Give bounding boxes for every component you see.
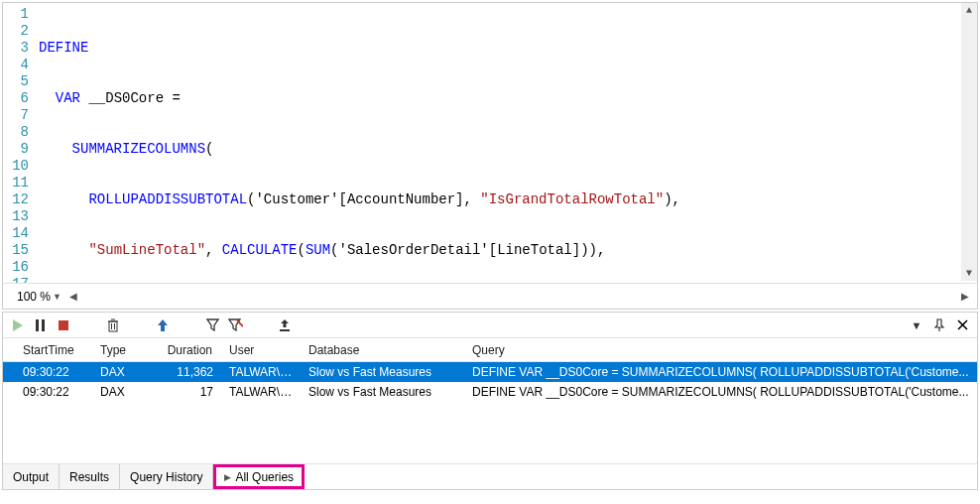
col-header-query[interactable]: Query: [464, 343, 977, 357]
grid-header-row: StartTime Type Duration User Database Qu…: [3, 338, 977, 362]
col-header-database[interactable]: Database: [301, 343, 464, 357]
svg-rect-2: [42, 319, 45, 331]
scroll-left-arrow-icon[interactable]: ◀: [69, 291, 77, 302]
zoom-dropdown[interactable]: 100 % ▼: [17, 290, 61, 304]
pause-button[interactable]: [32, 316, 50, 334]
tab-results[interactable]: Results: [60, 464, 120, 489]
results-tabs: Output Results Query History ▶All Querie…: [3, 463, 977, 489]
zoom-level-label: 100 %: [17, 290, 51, 304]
code-text-area[interactable]: DEFINE VAR __DS0Core = SUMMARIZECOLUMNS(…: [33, 3, 977, 283]
svg-marker-0: [13, 319, 23, 331]
scroll-up-arrow-icon[interactable]: ▲: [964, 3, 974, 18]
results-panel: ▼ StartTime Type Duration User Database …: [2, 312, 978, 490]
svg-rect-10: [280, 329, 290, 331]
scroll-right-arrow-icon[interactable]: ▶: [961, 291, 969, 302]
grid-body[interactable]: 09:30:22 DAX 11,362 TALWAR\b... Slow vs …: [3, 362, 977, 463]
col-header-duration[interactable]: Duration: [147, 343, 221, 357]
results-toolbar: ▼: [3, 313, 977, 338]
svg-rect-3: [59, 320, 68, 330]
horizontal-scrollbar[interactable]: ◀ ▶: [61, 291, 977, 302]
delete-trash-button[interactable]: [104, 316, 122, 334]
options-chevron-icon[interactable]: ▼: [908, 316, 925, 334]
clear-filter-button[interactable]: [226, 316, 244, 334]
col-header-type[interactable]: Type: [92, 343, 147, 357]
tab-query-history[interactable]: Query History: [120, 464, 213, 489]
code-editor-panel: 1234567891011121314151617 DEFINE VAR __D…: [2, 2, 978, 310]
col-header-user[interactable]: User: [221, 343, 301, 357]
play-triangle-icon: ▶: [224, 472, 231, 482]
export-button[interactable]: [276, 316, 294, 334]
grid-row[interactable]: 09:30:22 DAX 17 TALWAR\b... Slow vs Fast…: [3, 382, 977, 402]
play-button[interactable]: [9, 316, 27, 334]
pin-icon[interactable]: [930, 316, 948, 334]
close-icon[interactable]: [953, 316, 971, 334]
tab-output[interactable]: Output: [3, 464, 60, 489]
stop-button[interactable]: [55, 316, 72, 334]
arrow-up-button[interactable]: [154, 316, 172, 334]
col-header-starttime[interactable]: StartTime: [3, 343, 92, 357]
line-number-gutter: 1234567891011121314151617: [3, 3, 33, 283]
vertical-scrollbar[interactable]: ▲ ▼: [961, 3, 977, 281]
grid-row[interactable]: 09:30:22 DAX 11,362 TALWAR\b... Slow vs …: [3, 362, 977, 382]
svg-rect-4: [109, 321, 117, 331]
scroll-down-arrow-icon[interactable]: ▼: [964, 266, 974, 281]
tab-all-queries[interactable]: ▶All Queries: [213, 464, 305, 489]
chevron-down-icon: ▼: [53, 292, 61, 302]
filter-button[interactable]: [203, 316, 221, 334]
svg-rect-1: [36, 319, 39, 331]
